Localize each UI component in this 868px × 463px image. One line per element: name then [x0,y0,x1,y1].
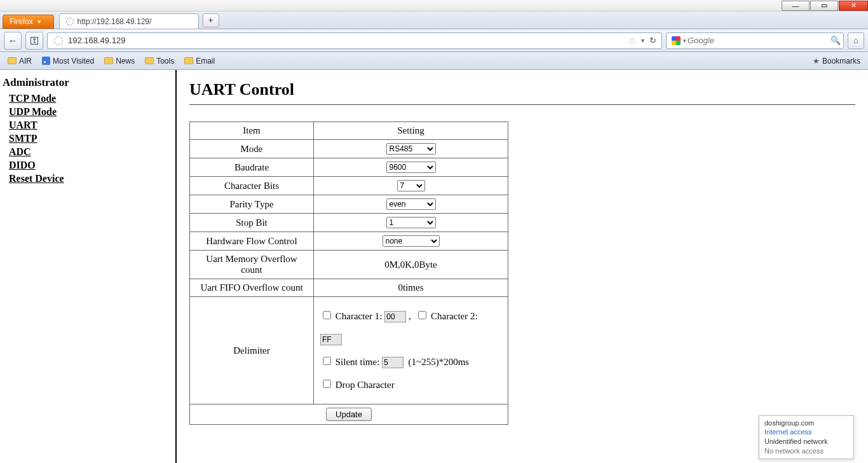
char2-input[interactable] [320,334,342,345]
new-tab-button[interactable]: + [203,13,219,27]
sidebar-heading: Administrator [3,76,173,89]
folder-icon [104,57,113,64]
row-label-mode: Mode [190,140,314,158]
drop-checkbox[interactable] [323,380,331,388]
stopbit-select[interactable]: 1 [386,217,436,228]
row-label-fifoovf: Uart FIFO Overflow count [190,279,314,297]
bookmark-star-icon[interactable]: ☆ [628,35,636,46]
google-icon [672,36,681,45]
firefox-menu-button[interactable]: Firefox [3,15,54,29]
delim-sep: , [409,311,411,321]
search-icon[interactable]: 🔍 [831,36,841,45]
tab-strip: Firefox http://192.168.49.129/ + [0,11,868,29]
char1-checkbox[interactable] [323,311,331,319]
url-throbber-icon [54,36,63,45]
window-close-button[interactable]: ✕ [839,1,868,11]
folder-icon [8,57,17,64]
window-titlebar: — ▭ ✕ [0,0,868,11]
silent-checkbox[interactable] [323,357,331,365]
row-label-parity: Parity Type [190,195,314,214]
home-button[interactable]: ⌂ [848,32,864,49]
sidebar-item-dido[interactable]: DIDO [9,160,173,171]
sidebar-item-udp-mode[interactable]: UDP Mode [9,106,173,118]
window-minimize-button[interactable]: — [782,1,810,11]
page-title: UART Control [189,80,855,99]
row-label-memovf: Uart Memory Overflow count [190,251,314,279]
bookmark-tools[interactable]: Tools [141,55,178,67]
search-input[interactable] [686,35,828,46]
reload-icon[interactable]: ↻ [649,36,656,45]
baudrate-select[interactable]: 9600 [386,162,436,173]
silent-label: Silent time: [336,357,380,367]
th-item: Item [190,122,314,140]
bookmark-email[interactable]: Email [180,55,219,67]
keyhole-button[interactable]: ⚿ [25,32,43,50]
url-bar[interactable]: ☆ ▾ ↻ [47,32,662,49]
window-maximize-button[interactable]: ▭ [810,1,838,11]
row-label-delimiter: Delimiter [190,297,314,404]
admin-sidebar: Administrator TCP Mode UDP Mode UART SMT… [0,70,177,463]
url-input[interactable] [67,35,625,46]
row-label-charbits: Character Bits [190,177,314,195]
net-line3: Unidentified network [764,437,848,446]
nav-toolbar: ← ⚿ ☆ ▾ ↻ ▾ 🔍 ⌂ [0,29,868,52]
bookmark-news[interactable]: News [100,55,139,67]
delimiter-cell: Character 1: , Character 2: Silent time:… [314,297,508,404]
search-bar[interactable]: ▾ 🔍 [666,32,844,49]
back-button[interactable]: ← [4,32,22,50]
row-label-stopbit: Stop Bit [190,214,314,232]
char1-input[interactable] [384,311,406,322]
bookmarks-menu[interactable]: ★Bookmarks [809,55,864,67]
update-button[interactable]: Update [326,408,372,421]
hwflow-select[interactable]: none [383,235,440,247]
bookmark-air[interactable]: AIR [4,55,36,67]
sidebar-item-smtp[interactable]: SMTP [9,133,173,144]
row-label-baudrate: Baudrate [190,158,314,177]
folder-icon [145,57,154,64]
row-value-fifoovf: 0times [314,279,508,297]
bookmark-most-visited[interactable]: Most Visited [38,55,98,67]
th-setting: Setting [314,122,508,140]
bookmark-label: Tools [156,57,174,66]
divider [189,104,855,105]
feed-icon [42,57,50,65]
bookmark-label: Most Visited [53,57,94,66]
sidebar-item-adc[interactable]: ADC [9,146,173,158]
loading-throbber-icon [66,18,74,25]
network-status-popup: doshigroup.com Internet access Unidentif… [759,415,854,459]
browser-tab[interactable]: http://192.168.49.129/ [59,13,199,29]
sidebar-item-reset-device[interactable]: Reset Device [9,173,173,184]
uart-config-table: Item Setting Mode RS485 Baudrate 9600 Ch… [189,121,508,425]
sidebar-item-uart[interactable]: UART [9,120,173,131]
parity-select[interactable]: even [386,198,436,210]
url-dropdown-icon[interactable]: ▾ [641,37,644,44]
bookmark-label: Email [196,57,215,66]
char1-label: Character 1: [336,311,383,321]
net-line2: Internet access [764,427,848,437]
bookmark-label: AIR [19,57,32,66]
tab-title: http://192.168.49.129/ [78,17,152,26]
mode-select[interactable]: RS485 [386,143,436,155]
drop-label: Drop Character [336,380,395,390]
bookmark-label: News [116,57,135,66]
net-line4: No network access [764,446,848,456]
folder-icon [184,57,193,64]
row-value-memovf: 0M,0K,0Byte [314,251,508,279]
content-area: UART Control Item Setting Mode RS485 Bau… [177,70,868,463]
sidebar-item-tcp-mode[interactable]: TCP Mode [9,93,173,104]
bookmark-label: Bookmarks [822,57,860,66]
charbits-select[interactable]: 7 [397,180,425,191]
star-icon: ★ [813,57,820,66]
row-label-hwflow: Hardware Flow Control [190,232,314,251]
char2-checkbox[interactable] [418,311,426,319]
net-line1: doshigroup.com [764,418,848,428]
bookmarks-toolbar: AIR Most Visited News Tools Email ★Bookm… [0,52,868,70]
char2-label: Character 2: [431,311,478,321]
silent-input[interactable] [382,357,403,368]
silent-suffix: (1~255)*200ms [409,357,470,367]
